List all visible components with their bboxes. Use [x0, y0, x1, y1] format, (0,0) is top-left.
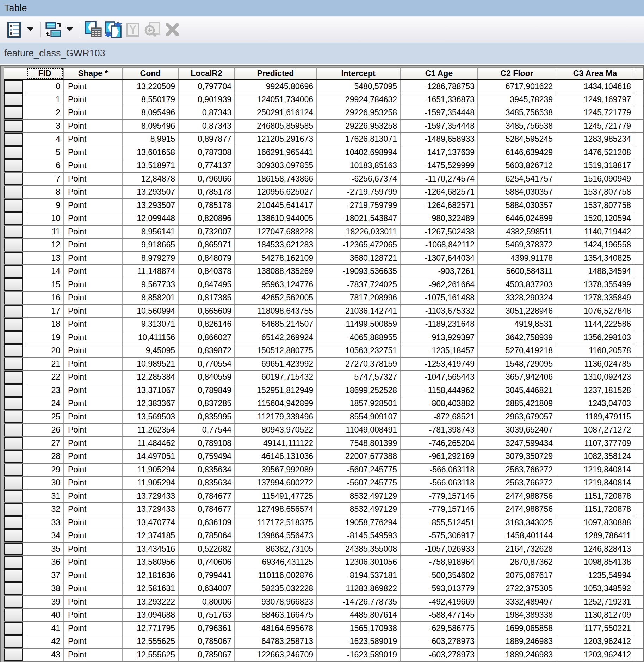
table-cell[interactable]: 11,148874	[123, 265, 178, 278]
row-selector[interactable]	[4, 370, 26, 384]
table-cell[interactable]: 1082,358124	[556, 450, 634, 463]
table-cell[interactable]: Point	[63, 410, 123, 424]
table-cell[interactable]: 12,555625	[123, 635, 178, 648]
table-cell[interactable]: 309303,097855	[235, 159, 316, 172]
row-selector-button[interactable]	[4, 569, 23, 582]
table-cell[interactable]: 27	[26, 437, 63, 450]
table-cell[interactable]: 14,497051	[123, 450, 178, 463]
table-cell[interactable]: 0,77544	[178, 423, 235, 437]
row-selector-button[interactable]	[4, 212, 23, 225]
table-cell[interactable]: -2719,759799	[316, 199, 400, 212]
column-header-predicted[interactable]: Predicted	[235, 68, 316, 80]
row-selector[interactable]	[4, 622, 26, 635]
row-selector[interactable]	[4, 225, 26, 239]
table-cell[interactable]: 24385,355008	[316, 543, 400, 556]
table-cell[interactable]: Point	[63, 357, 123, 371]
table-cell[interactable]: 3332,489497	[478, 595, 556, 609]
table-cell[interactable]: -779,157146	[400, 503, 478, 516]
table-cell[interactable]: 0,785067	[178, 648, 235, 662]
table-options-button[interactable]	[5, 19, 24, 40]
table-cell[interactable]: 12,555625	[123, 648, 178, 662]
table-cell[interactable]: 2885,421809	[478, 397, 556, 410]
table-cell[interactable]: 1516,090949	[556, 172, 634, 186]
table-cell[interactable]: 112179,339496	[235, 410, 316, 424]
table-cell[interactable]: -7837,724025	[316, 278, 400, 292]
row-selector[interactable]	[4, 543, 26, 556]
row-selector-button[interactable]	[4, 477, 23, 489]
table-cell[interactable]: 4919,8531	[478, 318, 556, 331]
table-cell[interactable]: 1565,170938	[316, 622, 400, 635]
table-cell[interactable]: 17626,813071	[316, 133, 400, 146]
table-cell[interactable]: Point	[63, 370, 123, 384]
table-cell[interactable]: 42652,562005	[235, 291, 316, 305]
table-cell[interactable]: 1354,340825	[556, 252, 634, 265]
switch-selection-button[interactable]	[104, 19, 123, 40]
table-cell[interactable]: 0,785064	[178, 529, 235, 543]
table-cell[interactable]: 1098,854138	[556, 556, 634, 569]
table-cell[interactable]: 15	[26, 278, 63, 292]
table-cell[interactable]: 36	[26, 556, 63, 569]
table-cell[interactable]: 0,751763	[178, 608, 235, 622]
row-selector-button[interactable]	[4, 556, 23, 569]
table-cell[interactable]: -1235,18457	[400, 344, 478, 357]
table-cell[interactable]: 0,901939	[178, 93, 235, 106]
table-cell[interactable]: Point	[63, 159, 123, 172]
row-selector-button[interactable]	[4, 93, 23, 106]
row-selector-button[interactable]	[4, 384, 23, 397]
table-cell[interactable]: 5884,030357	[478, 199, 556, 212]
row-selector-button[interactable]	[4, 226, 23, 238]
table-cell[interactable]: 13,371067	[123, 384, 178, 397]
table-cell[interactable]: 124051,734006	[235, 93, 316, 106]
row-selector-button[interactable]	[4, 516, 23, 529]
table-cell[interactable]: 118098,643755	[235, 305, 316, 318]
table-cell[interactable]: 10,560994	[123, 305, 178, 318]
table-cell[interactable]: 23	[26, 384, 63, 397]
table-cell[interactable]: -1286,788753	[400, 80, 478, 93]
table-cell[interactable]: 39567,992089	[235, 463, 316, 477]
table-cell[interactable]: 0,87343	[178, 119, 235, 133]
row-selector-button[interactable]	[4, 411, 23, 423]
table-cell[interactable]: 12,581631	[123, 582, 178, 595]
table-cell[interactable]: 20	[26, 344, 63, 357]
table-cell[interactable]: 186158,743866	[235, 172, 316, 186]
table-cell[interactable]: -855,512451	[400, 516, 478, 529]
table-cell[interactable]: 5469,378372	[478, 238, 556, 252]
table-cell[interactable]: 1356,298103	[556, 331, 634, 344]
table-cell[interactable]: 110116,002876	[235, 569, 316, 582]
table-cell[interactable]: 10,411156	[123, 331, 178, 344]
row-selector-button[interactable]	[4, 292, 23, 304]
row-selector-button[interactable]	[4, 371, 23, 384]
table-cell[interactable]: -2719,759799	[316, 185, 400, 199]
table-cell[interactable]: -1068,842112	[400, 238, 478, 252]
column-header-localr2[interactable]: LocalR2	[178, 68, 235, 80]
row-selector[interactable]	[4, 476, 26, 490]
table-cell[interactable]: 1699,065858	[478, 622, 556, 635]
table-cell[interactable]: 0,835995	[178, 410, 235, 424]
row-selector[interactable]	[4, 569, 26, 582]
table-cell[interactable]: 1177,550221	[556, 622, 634, 635]
table-cell[interactable]: 0,522682	[178, 543, 235, 556]
table-cell[interactable]: 58235,032228	[235, 582, 316, 595]
table-cell[interactable]: -903,7261	[400, 265, 478, 278]
table-cell[interactable]: 1424,196558	[556, 238, 634, 252]
table-cell[interactable]: 1203,962412	[556, 648, 634, 662]
row-selector-button[interactable]	[4, 503, 23, 516]
table-cell[interactable]: 0,826146	[178, 318, 235, 331]
row-selector[interactable]	[4, 80, 26, 93]
table-cell[interactable]: 5	[26, 146, 63, 159]
table-cell[interactable]: 0,784677	[178, 503, 235, 516]
table-cell[interactable]: 6446,024899	[478, 212, 556, 225]
table-cell[interactable]: 5284,595245	[478, 133, 556, 146]
table-cell[interactable]: 64783,258713	[235, 635, 316, 648]
row-selector-button[interactable]	[4, 186, 23, 198]
table-cell[interactable]: 1	[26, 93, 63, 106]
row-selector[interactable]	[4, 146, 26, 159]
table-cell[interactable]: 21036,142741	[316, 305, 400, 318]
row-selector[interactable]	[4, 185, 26, 199]
row-selector-button[interactable]	[4, 490, 23, 503]
table-cell[interactable]: 0,785178	[178, 185, 235, 199]
row-selector-button[interactable]	[4, 622, 23, 635]
table-cell[interactable]: 93078,966823	[235, 595, 316, 609]
table-cell[interactable]: 6	[26, 159, 63, 172]
row-selector-button[interactable]	[4, 199, 23, 212]
